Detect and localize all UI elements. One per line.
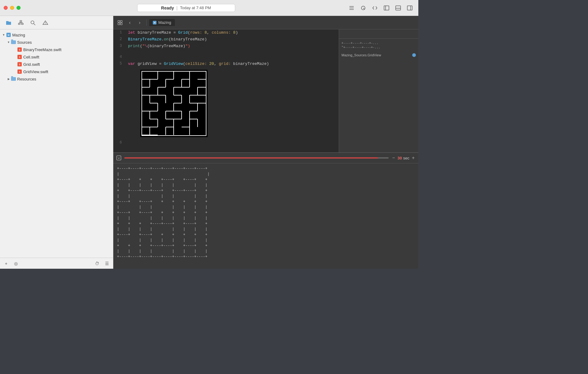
structure-toolbar-btn[interactable] [16,18,26,27]
mazing-project-icon: M [6,32,11,37]
resources-folder-icon [11,77,16,81]
binarytreemaze-swift-icon: S [17,47,22,52]
grid-swift-icon: S [17,62,22,67]
sidebar-item-mazing[interactable]: ▼ M Mazing [0,31,113,39]
svg-rect-23 [120,21,122,22]
preview-panel: +----+----+----+-... "+----+----+----+-.… [339,29,418,152]
sidebar-item-sources[interactable]: ▼ Sources [0,39,113,46]
traffic-lights [4,6,21,10]
sidebar-settings-button[interactable]: ☰ [103,260,111,267]
preview-label-row: Mazing_Sources.GridView [341,52,416,58]
title-separator: | [176,6,178,10]
sidebar: ▼ M Mazing ▼ Sources ▶ S Binary [0,16,113,269]
debug-progress-slider[interactable] [124,157,389,159]
search-toolbar-btn[interactable] [28,18,38,27]
minimize-button[interactable] [10,6,14,10]
layout-left-button[interactable] [382,4,391,12]
layout-bottom-button[interactable] [393,4,403,12]
tab-label: Mazing [158,20,171,25]
inspect-button[interactable] [358,4,368,12]
grid-view-button[interactable] [116,18,124,27]
preview-text-second: "+----+----+----+-... [341,45,380,50]
timestamp-label: Today at 7:48 PM [180,6,211,10]
tab-icon: M [153,21,156,24]
sidebar-item-cell[interactable]: ▶ S Cell.swift [0,53,113,61]
code-lines: 1 let binaryTreeMaze = Grid(rows: 8, col… [113,29,339,146]
gridview-label: GridView.swift [23,69,48,74]
code-line-maze [113,67,339,140]
editor-content: 1 let binaryTreeMaze = Grid(rows: 8, col… [113,29,418,152]
code-line-2: 2 BinaryTreeMaze.on(binaryTreeMaze) [113,36,339,43]
sources-folder-icon [11,40,16,45]
titlebar: Ready | Today at 7:48 PM [0,0,418,16]
svg-rect-5 [384,6,389,10]
timer-unit: sec [403,156,409,160]
svg-rect-81 [117,156,121,160]
debug-collapse-icon[interactable] [116,155,122,161]
forward-button[interactable]: › [135,18,144,27]
cell-swift-icon: S [17,54,22,59]
svg-rect-24 [118,23,120,25]
preview-header [339,29,418,39]
main-layout: ▼ M Mazing ▼ Sources ▶ S Binary [0,16,418,269]
maze-preview [140,70,208,137]
resources-label: Resources [17,77,36,81]
svg-rect-7 [396,6,401,10]
gridview-swift-icon: S [17,69,22,74]
folder-toolbar-btn[interactable] [4,18,13,27]
preview-content: +----+----+----+-... "+----+----+----+-.… [339,39,418,152]
disclosure-mazing: ▼ [1,32,6,37]
active-tab[interactable]: M Mazing [149,19,175,26]
editor-tabs: ‹ › M Mazing [113,16,418,29]
sidebar-item-gridview[interactable]: ▶ S GridView.swift [0,68,113,75]
code-line-4: 4 [113,54,339,61]
timer-minus-button[interactable]: − [391,155,396,161]
close-button[interactable] [4,6,8,10]
sidebar-toolbar [0,16,113,29]
svg-line-19 [34,24,35,25]
titlebar-controls [347,4,415,12]
debug-bar: − 30 sec + [113,152,418,163]
preview-type-label: Mazing_Sources.GridView [341,52,381,58]
console-text: +----+----+----+----+----+----+----+----… [117,166,415,260]
editor-area: ‹ › M Mazing 1 let binaryTreeMaze = Grid… [113,16,418,269]
sidebar-item-grid[interactable]: ▶ S Grid.swift [0,61,113,68]
maximize-button[interactable] [17,6,21,10]
sidebar-tree: ▼ M Mazing ▼ Sources ▶ S Binary [0,29,113,258]
navigate-button[interactable] [370,4,380,12]
preview-text-top: +----+----+----+-... [341,41,378,45]
sidebar-item-resources[interactable]: ▶ Resources [0,75,113,83]
add-file-button[interactable]: + [2,260,10,267]
sidebar-item-binarytreemaze[interactable]: ▶ S BinaryTreeMaze.swift [0,46,113,53]
cell-label: Cell.swift [23,55,39,59]
ready-label: Ready [161,6,174,10]
disclosure-resources: ▶ [6,77,11,81]
grid-label: Grid.swift [23,62,40,67]
svg-point-18 [31,21,34,24]
code-editor[interactable]: 1 let binaryTreeMaze = Grid(rows: 8, col… [113,29,339,152]
tab-separator [146,20,147,26]
svg-line-4 [363,8,365,9]
svg-rect-12 [18,23,20,24]
binarytreemaze-label: BinaryTreeMaze.swift [23,47,62,52]
layout-right-button[interactable] [405,4,415,12]
filter-button[interactable]: ◎ [12,260,20,267]
warning-toolbar-btn[interactable] [40,18,50,27]
titlebar-status-bar: Ready | Today at 7:48 PM [137,4,235,12]
disclosure-sources: ▼ [6,40,11,45]
svg-rect-11 [20,21,22,22]
svg-rect-13 [21,23,23,24]
timer-value: 30 [398,156,402,160]
debug-progress-fill [124,157,378,159]
code-line-6: 6 [113,140,339,146]
hamburger-button[interactable] [347,4,356,12]
back-button[interactable]: ‹ [126,18,134,27]
svg-rect-25 [120,23,122,25]
mazing-label: Mazing [12,33,25,37]
sources-label: Sources [17,40,32,45]
code-line-3: 3 print("\(binaryTreeMaze)") [113,43,339,54]
timer-plus-button[interactable]: + [411,155,416,161]
code-line-5: 5 var gridView = GridView(cellSize: 20, … [113,61,339,67]
sidebar-footer: + ◎ ⏱ ☰ [0,258,113,269]
history-button[interactable]: ⏱ [93,260,101,267]
